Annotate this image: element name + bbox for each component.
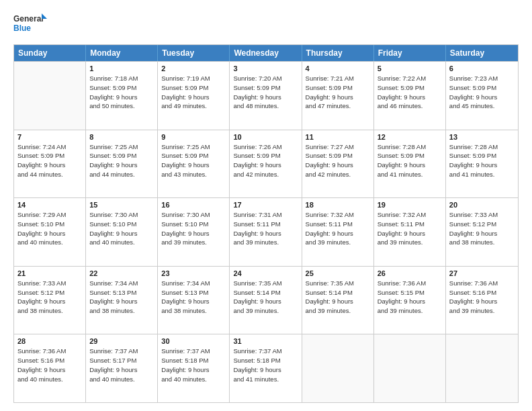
day-cell-empty — [374, 334, 446, 402]
day-info-line: and 38 minutes. — [17, 306, 82, 316]
day-info-line: Sunrise: 7:36 AM — [378, 279, 442, 288]
day-info-line: and 39 minutes. — [306, 306, 370, 316]
day-info-line: Sunset: 5:09 PM — [306, 83, 370, 93]
day-number: 11 — [306, 133, 370, 141]
day-number: 4 — [306, 64, 370, 73]
day-info-line: Sunset: 5:09 PM — [161, 151, 226, 161]
day-info-line: Daylight: 9 hours — [449, 93, 515, 102]
day-cell-1: 1Sunrise: 7:18 AMSunset: 5:09 PMDaylight… — [86, 62, 158, 130]
day-info-line: and 38 minutes. — [449, 238, 515, 247]
day-cell-8: 8Sunrise: 7:25 AMSunset: 5:09 PMDaylight… — [86, 130, 158, 198]
day-number: 31 — [233, 337, 298, 345]
day-info-line: Sunset: 5:15 PM — [378, 288, 442, 298]
day-number: 18 — [306, 201, 370, 209]
day-number: 10 — [233, 133, 298, 141]
day-info-line: and 41 minutes. — [449, 170, 515, 179]
day-info-line: Sunset: 5:17 PM — [89, 356, 154, 365]
day-info-line: and 40 minutes. — [17, 375, 82, 384]
day-cell-25: 25Sunrise: 7:35 AMSunset: 5:14 PMDayligh… — [302, 267, 374, 334]
day-info-line: Daylight: 9 hours — [306, 93, 370, 102]
day-info-line: Sunset: 5:18 PM — [161, 356, 226, 365]
day-info-line: Daylight: 9 hours — [161, 93, 226, 102]
day-number: 3 — [233, 64, 298, 73]
day-number: 17 — [233, 201, 298, 209]
day-cell-19: 19Sunrise: 7:32 AMSunset: 5:11 PMDayligh… — [374, 198, 446, 266]
day-number: 27 — [449, 269, 515, 277]
day-cell-26: 26Sunrise: 7:36 AMSunset: 5:15 PMDayligh… — [374, 267, 446, 334]
day-cell-20: 20Sunrise: 7:33 AMSunset: 5:12 PMDayligh… — [446, 198, 518, 266]
day-cell-6: 6Sunrise: 7:23 AMSunset: 5:09 PMDaylight… — [446, 62, 518, 130]
day-cell-10: 10Sunrise: 7:26 AMSunset: 5:09 PMDayligh… — [230, 130, 302, 198]
day-cell-5: 5Sunrise: 7:22 AMSunset: 5:09 PMDaylight… — [374, 62, 446, 130]
svg-marker-2 — [42, 13, 47, 19]
day-info-line: and 38 minutes. — [89, 306, 154, 316]
day-info-line: Sunrise: 7:37 AM — [161, 347, 226, 356]
day-info-line: Sunset: 5:12 PM — [449, 220, 515, 229]
day-info-line: and 47 minutes. — [306, 101, 370, 111]
day-info-line: Sunset: 5:09 PM — [378, 83, 442, 93]
header-cell-tuesday: Tuesday — [158, 45, 230, 61]
day-info-line: Sunrise: 7:27 AM — [306, 142, 370, 152]
logo-svg: General Blue — [13, 11, 47, 38]
day-info-line: Sunrise: 7:30 AM — [161, 210, 226, 220]
day-info-line: Sunset: 5:11 PM — [233, 220, 298, 229]
day-cell-3: 3Sunrise: 7:20 AMSunset: 5:09 PMDaylight… — [230, 62, 302, 130]
day-info-line: Sunrise: 7:33 AM — [449, 210, 515, 220]
day-info-line: Sunrise: 7:25 AM — [161, 142, 226, 152]
day-cell-empty — [446, 334, 518, 402]
day-number: 22 — [89, 269, 154, 277]
day-number: 23 — [161, 269, 226, 277]
day-info-line: Sunrise: 7:34 AM — [161, 279, 226, 288]
day-number: 28 — [17, 337, 82, 345]
day-info-line: and 39 minutes. — [378, 306, 442, 316]
day-info-line: Sunrise: 7:30 AM — [89, 210, 154, 220]
day-info-line: Sunset: 5:18 PM — [233, 356, 298, 365]
day-cell-15: 15Sunrise: 7:30 AMSunset: 5:10 PMDayligh… — [86, 198, 158, 266]
day-info-line: Sunset: 5:10 PM — [161, 220, 226, 229]
logo: General Blue — [13, 11, 47, 38]
day-number: 14 — [17, 201, 82, 209]
day-info-line: Sunrise: 7:28 AM — [449, 142, 515, 152]
day-cell-empty — [14, 62, 86, 130]
day-info-line: Daylight: 9 hours — [449, 229, 515, 238]
day-info-line: Daylight: 9 hours — [161, 229, 226, 238]
day-info-line: Sunset: 5:13 PM — [161, 288, 226, 298]
day-info-line: and 44 minutes. — [17, 170, 82, 179]
day-info-line: Sunrise: 7:35 AM — [306, 279, 370, 288]
day-number: 30 — [161, 337, 226, 345]
day-info-line: Sunset: 5:11 PM — [378, 220, 442, 229]
day-cell-29: 29Sunrise: 7:37 AMSunset: 5:17 PMDayligh… — [86, 334, 158, 402]
day-info-line: Daylight: 9 hours — [161, 365, 226, 375]
svg-text:General: General — [13, 14, 44, 24]
day-info-line: Sunset: 5:16 PM — [449, 288, 515, 298]
week-row-1: 1Sunrise: 7:18 AMSunset: 5:09 PMDaylight… — [14, 61, 518, 130]
day-info-line: and 40 minutes. — [89, 238, 154, 247]
day-cell-22: 22Sunrise: 7:34 AMSunset: 5:13 PMDayligh… — [86, 267, 158, 334]
day-info-line: Sunrise: 7:21 AM — [306, 74, 370, 83]
day-number: 19 — [378, 201, 442, 209]
day-info-line: and 39 minutes. — [449, 306, 515, 316]
day-info-line: Daylight: 9 hours — [378, 161, 442, 170]
day-info-line: and 38 minutes. — [161, 306, 226, 316]
day-info-line: and 39 minutes. — [233, 238, 298, 247]
week-row-2: 7Sunrise: 7:24 AMSunset: 5:09 PMDaylight… — [14, 130, 518, 198]
day-info-line: and 41 minutes. — [233, 375, 298, 384]
day-info-line: Daylight: 9 hours — [89, 297, 154, 306]
header-cell-friday: Friday — [374, 45, 446, 61]
day-info-line: Sunset: 5:13 PM — [89, 288, 154, 298]
day-cell-11: 11Sunrise: 7:27 AMSunset: 5:09 PMDayligh… — [302, 130, 374, 198]
day-info-line: Sunset: 5:09 PM — [89, 151, 154, 161]
day-info-line: and 50 minutes. — [89, 101, 154, 111]
day-cell-12: 12Sunrise: 7:28 AMSunset: 5:09 PMDayligh… — [374, 130, 446, 198]
calendar-body: 1Sunrise: 7:18 AMSunset: 5:09 PMDaylight… — [14, 61, 518, 402]
calendar: SundayMondayTuesdayWednesdayThursdayFrid… — [13, 44, 519, 403]
day-cell-21: 21Sunrise: 7:33 AMSunset: 5:12 PMDayligh… — [14, 267, 86, 334]
day-number: 21 — [17, 269, 82, 277]
day-info-line: Daylight: 9 hours — [17, 161, 82, 170]
day-cell-28: 28Sunrise: 7:36 AMSunset: 5:16 PMDayligh… — [14, 334, 86, 402]
svg-text:Blue: Blue — [13, 24, 31, 33]
day-info-line: Sunset: 5:16 PM — [17, 356, 82, 365]
day-info-line: Daylight: 9 hours — [17, 229, 82, 238]
day-info-line: Daylight: 9 hours — [89, 365, 154, 375]
page: General Blue SundayMondayTuesdayWednesda… — [0, 0, 532, 411]
